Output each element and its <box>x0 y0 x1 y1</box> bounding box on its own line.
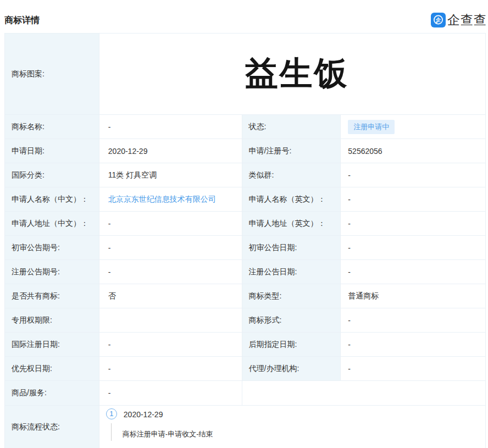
field-value: - <box>341 212 486 236</box>
field-value: - <box>99 236 242 260</box>
field-value: - <box>341 357 486 381</box>
field-label: 代理/办理机构: <box>242 357 341 381</box>
field-value: 11类 灯具空调 <box>99 163 242 187</box>
empty-cell <box>242 381 486 406</box>
field-label: 商标形式: <box>242 308 341 333</box>
page-title: 商标详情 <box>4 15 40 26</box>
table-row: 申请日期:2020-12-29申请/注册号:52562056 <box>5 139 486 163</box>
field-label: 申请人地址（中文）： <box>5 212 99 236</box>
field-value: - <box>341 260 486 284</box>
process-timeline: 1 2020-12-29 商标注册申请-申请收文-结束 <box>99 406 486 448</box>
qichacha-logo[interactable]: 企 企查查 <box>431 12 487 29</box>
table-row: 国际注册日期:-后期指定日期:- <box>5 333 486 357</box>
page-header: 商标详情 企 企查查 <box>0 0 488 33</box>
field-label: 后期指定日期: <box>242 333 341 357</box>
field-label: 申请人地址（英文）： <box>242 212 341 236</box>
timeline-step-number-badge: 1 <box>106 408 117 419</box>
table-row: 商标名称:-状态:注册申请中 <box>5 115 486 139</box>
table-row: 注册公告期号:-注册公告日期:- <box>5 260 486 284</box>
field-value: - <box>99 212 242 236</box>
field-value: 52562056 <box>341 139 486 163</box>
field-label: 专用权期限: <box>5 308 99 333</box>
qichacha-logo-icon: 企 <box>431 13 446 27</box>
field-value <box>99 308 242 333</box>
field-label: 注册公告日期: <box>242 260 341 284</box>
field-value: 注册申请中 <box>341 115 486 139</box>
applicant-name-link[interactable]: 北京京东世纪信息技术有限公司 <box>108 195 216 204</box>
status-badge: 注册申请中 <box>348 120 395 134</box>
field-label: 是否共有商标: <box>5 284 99 308</box>
table-body: 商标名称:-状态:注册申请中申请日期:2020-12-29申请/注册号:5256… <box>5 115 486 406</box>
field-value: - <box>341 163 486 187</box>
table-row: 优先权日期:-代理/办理机构:- <box>5 357 486 381</box>
field-value: - <box>99 333 242 357</box>
trademark-image-text: 益生饭 <box>245 52 348 96</box>
field-label: 申请人名称（英文）： <box>242 187 341 212</box>
timeline-step-date: 2020-12-29 <box>124 410 163 419</box>
field-label-process-status: 商标流程状态: <box>5 406 99 448</box>
table-row: 商品/服务:- <box>5 381 486 406</box>
field-label: 商品/服务: <box>5 381 99 406</box>
field-value: - <box>99 115 242 139</box>
trademark-image-cell: 益生饭 <box>99 34 486 115</box>
table-row: 是否共有商标:否商标类型:普通商标 <box>5 284 486 308</box>
field-value: - <box>341 333 486 357</box>
table-row: 申请人名称（中文）：北京京东世纪信息技术有限公司申请人名称（英文）：- <box>5 187 486 212</box>
table-row: 初审公告期号:-初审公告日期:- <box>5 236 486 260</box>
field-value: 2020-12-29 <box>99 139 242 163</box>
table-row: 申请人地址（中文）：-申请人地址（英文）：- <box>5 212 486 236</box>
field-label: 国际注册日期: <box>5 333 99 357</box>
field-label: 商标类型: <box>242 284 341 308</box>
field-label: 初审公告日期: <box>242 236 341 260</box>
field-label-trademark-image: 商标图案: <box>5 34 99 115</box>
field-value: - <box>99 381 242 406</box>
trademark-process-row: 商标流程状态: 1 2020-12-29 商标注册申请-申请收文-结束 <box>5 406 486 448</box>
table-row: 专用权期限:商标形式:- <box>5 308 486 333</box>
field-value: - <box>341 308 486 333</box>
field-label: 申请人名称（中文）： <box>5 187 99 212</box>
field-value: 北京京东世纪信息技术有限公司 <box>99 187 242 212</box>
field-label: 优先权日期: <box>5 357 99 381</box>
field-value: - <box>99 357 242 381</box>
table-row: 国际分类:11类 灯具空调类似群:- <box>5 163 486 187</box>
timeline-connector-line <box>111 423 112 441</box>
field-value: - <box>341 187 486 212</box>
field-value: - <box>99 260 242 284</box>
field-label: 状态: <box>242 115 341 139</box>
svg-text:企: 企 <box>435 17 441 23</box>
field-label: 商标名称: <box>5 115 99 139</box>
qichacha-logo-text: 企查查 <box>447 12 487 29</box>
field-label: 注册公告期号: <box>5 260 99 284</box>
trademark-detail-table: 商标图案: 益生饭 商标名称:-状态:注册申请中申请日期:2020-12-29申… <box>4 33 486 448</box>
field-value: 否 <box>99 284 242 308</box>
field-label: 申请/注册号: <box>242 139 341 163</box>
field-label: 申请日期: <box>5 139 99 163</box>
field-value: - <box>341 236 486 260</box>
field-value: 普通商标 <box>341 284 486 308</box>
field-label: 初审公告期号: <box>5 236 99 260</box>
trademark-image-row: 商标图案: 益生饭 <box>5 34 486 115</box>
timeline-step-description: 商标注册申请-申请收文-结束 <box>123 429 213 439</box>
field-label: 类似群: <box>242 163 341 187</box>
field-label: 国际分类: <box>5 163 99 187</box>
